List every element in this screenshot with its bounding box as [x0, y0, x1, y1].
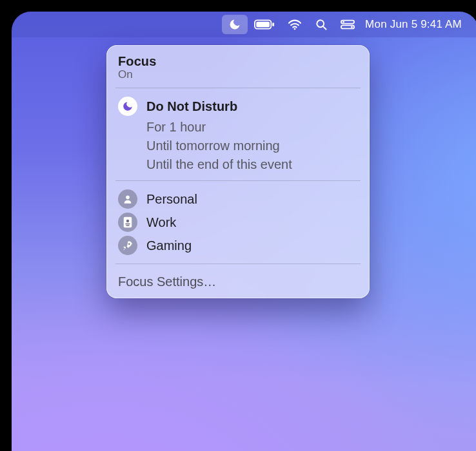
person-icon: [118, 189, 137, 209]
focus-popover: Focus On Do Not Disturb For 1 hour Until…: [106, 45, 370, 298]
svg-rect-2: [272, 23, 274, 26]
focus-menu-extra[interactable]: [222, 15, 248, 34]
focus-settings-link[interactable]: Focus Settings…: [118, 271, 358, 292]
dnd-option-end-of-event[interactable]: Until the end of this event: [146, 155, 358, 174]
device-frame: Mon Jun 5 9:41 AM Focus On Do Not Distur…: [0, 0, 476, 451]
svg-point-9: [351, 26, 353, 28]
svg-line-5: [323, 26, 326, 29]
battery-icon: [254, 19, 275, 30]
battery-menu-extra[interactable]: [248, 15, 281, 34]
focus-mode-personal[interactable]: Personal: [118, 187, 358, 211]
clock-menu-extra[interactable]: Mon Jun 5 9:41 AM: [361, 15, 468, 34]
svg-point-3: [294, 28, 296, 30]
svg-point-7: [342, 21, 344, 23]
rocket-icon: [118, 236, 137, 255]
focus-mode-gaming[interactable]: Gaming: [118, 234, 358, 257]
divider: [115, 88, 361, 88]
control-center-icon: [341, 19, 355, 30]
svg-rect-1: [256, 22, 270, 27]
menubar: Mon Jun 5 9:41 AM: [12, 12, 476, 37]
divider: [115, 180, 361, 181]
focus-mode-label: Gaming: [146, 238, 192, 253]
wifi-icon: [288, 19, 302, 30]
popover-title: Focus: [118, 54, 358, 69]
spotlight-menu-extra[interactable]: [308, 15, 334, 34]
svg-point-15: [128, 244, 130, 245]
focus-mode-label: Do Not Disturb: [146, 99, 237, 114]
search-icon: [315, 18, 328, 31]
badge-icon: [118, 213, 137, 232]
focus-mode-do-not-disturb[interactable]: Do Not Disturb: [118, 95, 358, 118]
focus-mode-label: Work: [146, 215, 176, 230]
svg-rect-13: [125, 224, 130, 225]
svg-rect-14: [126, 225, 130, 225]
desktop: Mon Jun 5 9:41 AM Focus On Do Not Distur…: [12, 12, 476, 451]
popover-status: On: [118, 68, 358, 81]
focus-mode-work[interactable]: Work: [118, 211, 358, 234]
moon-icon: [228, 18, 241, 31]
dnd-option-tomorrow-morning[interactable]: Until tomorrow morning: [146, 137, 358, 155]
wifi-menu-extra[interactable]: [281, 15, 308, 34]
bezel: Mon Jun 5 9:41 AM Focus On Do Not Distur…: [0, 0, 476, 451]
control-center-menu-extra[interactable]: [334, 15, 361, 34]
focus-mode-label: Personal: [146, 192, 197, 207]
moon-icon: [118, 97, 137, 116]
dnd-option-1-hour[interactable]: For 1 hour: [146, 118, 358, 137]
dnd-duration-options: For 1 hour Until tomorrow morning Until …: [118, 118, 358, 174]
svg-point-10: [126, 196, 130, 200]
svg-point-12: [126, 220, 129, 222]
date-time-text: Mon Jun 5 9:41 AM: [365, 18, 462, 31]
svg-point-4: [317, 20, 324, 27]
divider: [115, 264, 361, 264]
